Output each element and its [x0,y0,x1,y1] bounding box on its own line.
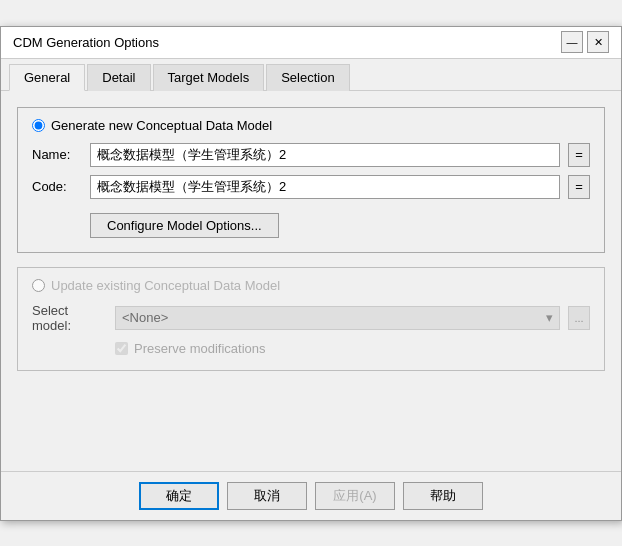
footer: 确定 取消 应用(A) 帮助 [1,471,621,520]
tab-target-models[interactable]: Target Models [153,64,265,91]
title-bar: CDM Generation Options — ✕ [1,27,621,59]
generate-radio-label: Generate new Conceptual Data Model [51,118,272,133]
preserve-checkbox[interactable] [115,342,128,355]
code-eq-button[interactable]: = [568,175,590,199]
preserve-label: Preserve modifications [134,341,266,356]
name-field-row: Name: = [32,143,590,167]
name-eq-button[interactable]: = [568,143,590,167]
apply-button[interactable]: 应用(A) [315,482,395,510]
tab-selection[interactable]: Selection [266,64,349,91]
configure-button[interactable]: Configure Model Options... [90,213,279,238]
update-radio[interactable] [32,279,45,292]
update-group: Update existing Conceptual Data Model Se… [17,267,605,371]
tab-detail[interactable]: Detail [87,64,150,91]
name-input[interactable] [90,143,560,167]
select-model-row: Select model: <None> ▾ ... [32,303,590,333]
tab-bar: General Detail Target Models Selection [1,59,621,91]
preserve-row: Preserve modifications [115,341,590,356]
code-field-row: Code: = [32,175,590,199]
code-label: Code: [32,179,82,194]
window: CDM Generation Options — ✕ General Detai… [0,26,622,521]
name-label: Name: [32,147,82,162]
tab-general[interactable]: General [9,64,85,91]
title-bar-controls: — ✕ [561,31,609,53]
generate-group: Generate new Conceptual Data Model Name:… [17,107,605,253]
window-title: CDM Generation Options [13,35,159,50]
select-model-label: Select model: [32,303,107,333]
close-button[interactable]: ✕ [587,31,609,53]
help-button[interactable]: 帮助 [403,482,483,510]
code-input[interactable] [90,175,560,199]
content-area: Generate new Conceptual Data Model Name:… [1,91,621,471]
minimize-button[interactable]: — [561,31,583,53]
browse-button[interactable]: ... [568,306,590,330]
select-model-value: <None> [122,310,168,325]
update-radio-label: Update existing Conceptual Data Model [51,278,280,293]
confirm-button[interactable]: 确定 [139,482,219,510]
select-model-combo[interactable]: <None> ▾ [115,306,560,330]
generate-radio[interactable] [32,119,45,132]
combo-arrow-icon: ▾ [546,310,553,325]
generate-radio-row: Generate new Conceptual Data Model [32,118,590,133]
update-radio-row: Update existing Conceptual Data Model [32,278,590,293]
cancel-button[interactable]: 取消 [227,482,307,510]
